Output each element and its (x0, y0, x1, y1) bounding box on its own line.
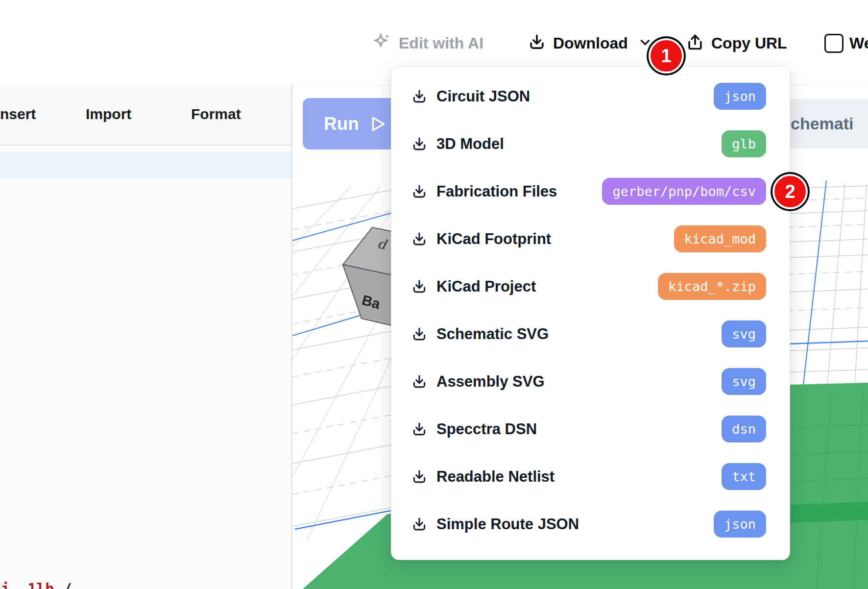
download-icon (411, 88, 428, 105)
download-icon (411, 516, 428, 533)
panel-divider[interactable] (291, 85, 292, 589)
download-icon (411, 373, 428, 390)
download-label: Download (553, 34, 628, 52)
download-menu-item-label: Simple Route JSON (436, 515, 579, 533)
download-icon (411, 421, 428, 438)
webview-toggle: We (824, 32, 868, 54)
editor-menubar: nsert Import Format (0, 85, 291, 146)
copy-url-button[interactable]: Copy URL (686, 32, 787, 54)
callout-badge-1: 1 (649, 38, 684, 74)
file-format-badge: kicad_*.zip (658, 273, 766, 300)
callout-badge-2: 2 (772, 174, 808, 209)
download-menu-item[interactable]: Circuit JSONjson (411, 73, 766, 120)
download-menu-item[interactable]: KiCad Footprintkicad_mod (411, 215, 766, 263)
file-format-badge: json (714, 83, 766, 110)
download-menu-item-label: Readable Netlist (436, 468, 555, 486)
editor-active-line-highlight (0, 152, 291, 178)
tab-schematic[interactable]: chemati (784, 99, 868, 148)
code-editor-panel[interactable]: i 1lb / (0, 146, 291, 589)
download-menu-item[interactable]: Fabrication Filesgerber/pnp/bom/csv (411, 168, 766, 215)
download-icon (411, 231, 428, 247)
file-format-badge: kicad_mod (674, 225, 766, 252)
app-window: Edit with AI Download Copy URL (0, 0, 868, 589)
file-format-badge: txt (722, 463, 766, 490)
download-menu-item[interactable]: KiCad Projectkicad_*.zip (411, 263, 766, 310)
download-icon (411, 278, 428, 295)
download-menu-item[interactable]: 3D Modelglb (411, 120, 766, 168)
menubar-item-insert[interactable]: nsert (0, 85, 36, 144)
download-menu-item-label: Fabrication Files (436, 183, 557, 200)
file-format-badge: gerber/pnp/bom/csv (602, 178, 766, 205)
download-icon (411, 136, 428, 152)
download-menu-item[interactable]: Assembly SVGsvg (411, 358, 766, 405)
download-menu-item-label: Schematic SVG (436, 325, 549, 343)
play-icon (371, 116, 386, 132)
copy-url-label: Copy URL (711, 34, 787, 52)
edit-with-ai-label: Edit with AI (399, 34, 483, 52)
download-icon (411, 468, 428, 485)
download-menu-item-label: KiCad Footprint (436, 230, 551, 248)
pcb-edge-band (790, 502, 868, 523)
download-menu: Circuit JSONjson3D ModelglbFabrication F… (391, 66, 790, 560)
menubar-item-format[interactable]: Format (191, 85, 241, 144)
download-menu-item-label: 3D Model (436, 135, 504, 153)
download-icon (528, 33, 546, 53)
share-upload-icon (686, 33, 704, 53)
download-menu-item[interactable]: Readable Netlisttxt (411, 453, 766, 500)
download-button[interactable]: Download (528, 32, 652, 54)
download-menu-item-label: Assembly SVG (436, 373, 545, 391)
menubar-item-import[interactable]: Import (86, 85, 131, 144)
file-format-badge: svg (722, 368, 766, 395)
download-menu-item[interactable]: Simple Route JSONjson (411, 500, 766, 548)
webview-label: We (849, 34, 868, 52)
download-menu-item-label: KiCad Project (436, 278, 536, 295)
run-button-label: Run (324, 114, 359, 134)
file-format-badge: svg (722, 320, 766, 347)
download-icon (411, 183, 428, 200)
file-format-badge: dsn (722, 416, 766, 442)
file-format-badge: json (714, 511, 766, 538)
file-format-badge: glb (722, 130, 766, 157)
tab-schematic-label: chemati (784, 114, 854, 133)
download-icon (411, 326, 428, 343)
sparkle-icon (371, 32, 392, 54)
download-menu-item[interactable]: Schematic SVGsvg (411, 310, 766, 358)
download-menu-item-label: Circuit JSON (436, 88, 530, 105)
download-menu-item[interactable]: Specctra DSNdsn (411, 405, 766, 453)
editor-code-fragment: i 1lb / (1, 580, 72, 589)
download-menu-item-label: Specctra DSN (436, 420, 537, 438)
edit-with-ai-button[interactable]: Edit with AI (371, 32, 483, 54)
webview-checkbox[interactable] (824, 34, 844, 53)
